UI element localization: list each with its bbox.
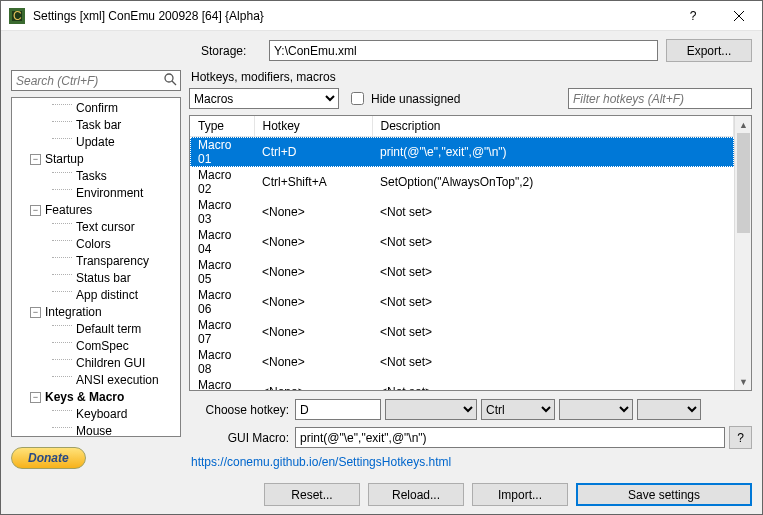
- filter-hotkeys-input[interactable]: [568, 88, 752, 109]
- tree-item-label: ANSI execution: [76, 372, 159, 389]
- collapse-icon[interactable]: −: [30, 307, 41, 318]
- close-button[interactable]: [716, 1, 762, 31]
- tree-item[interactable]: Tasks: [12, 168, 180, 185]
- tree-item[interactable]: Colors: [12, 236, 180, 253]
- cell-type: Macro 02: [190, 167, 254, 197]
- app-icon: C: [9, 8, 25, 24]
- titlebar: C Settings [xml] ConEmu 200928 [64] {Alp…: [1, 1, 762, 31]
- tree-search-input[interactable]: [11, 70, 181, 91]
- tree-connector: [52, 359, 72, 360]
- collapse-icon[interactable]: −: [30, 205, 41, 216]
- collapse-icon[interactable]: −: [30, 392, 41, 403]
- category-select[interactable]: Macros: [189, 88, 339, 109]
- tree-item[interactable]: ANSI execution: [12, 372, 180, 389]
- cell-desc: <Not set>: [372, 287, 734, 317]
- tree-item[interactable]: Task bar: [12, 117, 180, 134]
- tree-item[interactable]: Default term: [12, 321, 180, 338]
- tree-item-label: Children GUI: [76, 355, 145, 372]
- gui-macro-input[interactable]: [295, 427, 725, 448]
- vertical-scrollbar[interactable]: ▲ ▼: [734, 116, 751, 390]
- modifier-3-select[interactable]: [559, 399, 633, 420]
- settings-window: C Settings [xml] ConEmu 200928 [64] {Alp…: [0, 0, 763, 515]
- table-row[interactable]: Macro 07<None><Not set>: [190, 317, 734, 347]
- table-row[interactable]: Macro 02Ctrl+Shift+ASetOption("AlwaysOnT…: [190, 167, 734, 197]
- reset-button[interactable]: Reset...: [264, 483, 360, 506]
- cell-type: Macro 03: [190, 197, 254, 227]
- table-row[interactable]: Macro 01Ctrl+Dprint(@"\e","exit",@"\n"): [190, 137, 734, 168]
- cell-hotkey: <None>: [254, 347, 372, 377]
- settings-tree[interactable]: ConfirmTask barUpdate−StartupTasksEnviro…: [11, 97, 181, 437]
- tree-item[interactable]: Keyboard: [12, 406, 180, 423]
- save-settings-button[interactable]: Save settings: [576, 483, 752, 506]
- modifier-1-select[interactable]: [385, 399, 477, 420]
- cell-desc: <Not set>: [372, 197, 734, 227]
- tree-item[interactable]: −Features: [12, 202, 180, 219]
- table-row[interactable]: Macro 04<None><Not set>: [190, 227, 734, 257]
- scroll-down-icon[interactable]: ▼: [735, 373, 752, 390]
- tree-item[interactable]: Mouse: [12, 423, 180, 437]
- cell-desc: SetOption("AlwaysOnTop",2): [372, 167, 734, 197]
- tree-item[interactable]: ComSpec: [12, 338, 180, 355]
- col-type[interactable]: Type: [190, 116, 254, 137]
- hide-unassigned-label[interactable]: Hide unassigned: [347, 89, 460, 108]
- hotkey-table-wrap: Type Hotkey Description Macro 01Ctrl+Dpr…: [189, 115, 752, 391]
- gui-macro-help-button[interactable]: ?: [729, 426, 752, 449]
- tree-item[interactable]: App distinct: [12, 287, 180, 304]
- tree-connector: [52, 325, 72, 326]
- tree-item[interactable]: Text cursor: [12, 219, 180, 236]
- tree-item[interactable]: −Startup: [12, 151, 180, 168]
- col-hotkey[interactable]: Hotkey: [254, 116, 372, 137]
- tree-pane: ConfirmTask barUpdate−StartupTasksEnviro…: [11, 70, 181, 469]
- export-button[interactable]: Export...: [666, 39, 752, 62]
- cell-desc: <Not set>: [372, 377, 734, 390]
- tree-connector: [52, 274, 72, 275]
- tree-item[interactable]: −Integration: [12, 304, 180, 321]
- tree-item[interactable]: Status bar: [12, 270, 180, 287]
- tree-item-label: Integration: [45, 304, 102, 321]
- donate-button[interactable]: Donate: [11, 447, 86, 469]
- tree-connector: [52, 138, 72, 139]
- cell-type: Macro 05: [190, 257, 254, 287]
- scroll-thumb[interactable]: [737, 133, 750, 233]
- reload-button[interactable]: Reload...: [368, 483, 464, 506]
- bottom-button-row: Reset... Reload... Import... Save settin…: [1, 475, 762, 514]
- collapse-icon[interactable]: −: [30, 154, 41, 165]
- hotkey-form: Choose hotkey: Ctrl GUI Macro: ?: [189, 399, 752, 449]
- cell-desc: <Not set>: [372, 257, 734, 287]
- tree-item-label: Keys & Macro: [45, 389, 124, 406]
- hotkey-table[interactable]: Type Hotkey Description Macro 01Ctrl+Dpr…: [190, 116, 734, 390]
- tree-item[interactable]: Transparency: [12, 253, 180, 270]
- tree-item[interactable]: Update: [12, 134, 180, 151]
- table-row[interactable]: Macro 06<None><Not set>: [190, 287, 734, 317]
- storage-input[interactable]: [269, 40, 658, 61]
- table-row[interactable]: Macro 09<None><Not set>: [190, 377, 734, 390]
- table-row[interactable]: Macro 05<None><Not set>: [190, 257, 734, 287]
- tree-item-label: Environment: [76, 185, 143, 202]
- cell-hotkey: <None>: [254, 317, 372, 347]
- tree-item[interactable]: Environment: [12, 185, 180, 202]
- col-desc[interactable]: Description: [372, 116, 734, 137]
- import-button[interactable]: Import...: [472, 483, 568, 506]
- tree-connector: [52, 121, 72, 122]
- window-title: Settings [xml] ConEmu 200928 [64] {Alpha…: [33, 9, 670, 23]
- tree-connector: [52, 342, 72, 343]
- tree-item-label: Keyboard: [76, 406, 127, 423]
- table-row[interactable]: Macro 03<None><Not set>: [190, 197, 734, 227]
- cell-desc: <Not set>: [372, 317, 734, 347]
- cell-type: Macro 01: [190, 137, 254, 168]
- docs-link[interactable]: https://conemu.github.io/en/SettingsHotk…: [191, 455, 752, 469]
- table-row[interactable]: Macro 08<None><Not set>: [190, 347, 734, 377]
- tree-item[interactable]: Confirm: [12, 100, 180, 117]
- cell-type: Macro 08: [190, 347, 254, 377]
- storage-row: Storage: Export...: [1, 31, 762, 70]
- tree-item[interactable]: Children GUI: [12, 355, 180, 372]
- hide-unassigned-checkbox[interactable]: [351, 92, 364, 105]
- scroll-up-icon[interactable]: ▲: [735, 116, 752, 133]
- modifier-4-select[interactable]: [637, 399, 701, 420]
- modifier-2-select[interactable]: Ctrl: [481, 399, 555, 420]
- help-button[interactable]: ?: [670, 1, 716, 31]
- hotkey-key-input[interactable]: [295, 399, 381, 420]
- gui-macro-label: GUI Macro:: [189, 431, 289, 445]
- tree-item-label: Update: [76, 134, 115, 151]
- tree-item[interactable]: −Keys & Macro: [12, 389, 180, 406]
